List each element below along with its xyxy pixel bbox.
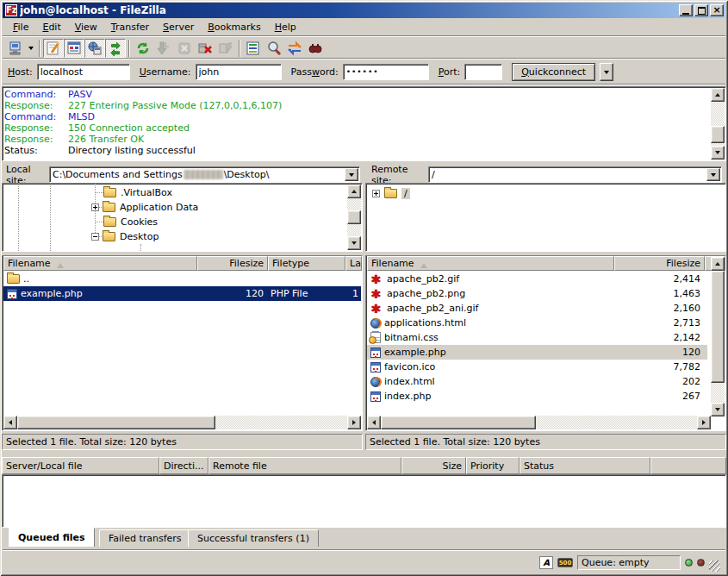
remote-list-hscrollbar[interactable] <box>367 416 711 429</box>
file-row[interactable]: ✱apache_pb2.png 1,463 <box>367 286 707 301</box>
find-files-button[interactable] <box>305 39 326 58</box>
file-row-example-php[interactable]: example.php 120 PHP File 1 <box>3 286 361 301</box>
remote-site-dropdown-button[interactable] <box>706 168 720 181</box>
menu-help[interactable]: Help <box>268 20 303 34</box>
tab-failed-transfers[interactable]: Failed transfers <box>99 529 191 547</box>
column-label: Filetype <box>272 258 309 269</box>
toggle-message-log-button[interactable] <box>43 39 64 58</box>
file-row-parent-dir[interactable]: .. <box>3 272 361 286</box>
expand-icon[interactable] <box>372 190 380 197</box>
scrollbar-thumb[interactable] <box>711 271 725 383</box>
refresh-button[interactable] <box>133 39 153 58</box>
column-label: Remote file <box>213 460 267 472</box>
tab-queued-files[interactable]: Queued files <box>9 528 95 547</box>
log-scrollbar[interactable] <box>711 88 725 160</box>
toggle-local-tree-button[interactable] <box>64 39 84 58</box>
menu-file[interactable]: File <box>6 20 35 34</box>
column-header-filesize[interactable]: Filesize <box>614 256 705 271</box>
scroll-down-button[interactable] <box>347 236 361 250</box>
quickconnect-button[interactable]: Quickconnect <box>512 63 595 81</box>
queue-column-remote-file[interactable]: Remote file <box>208 457 401 474</box>
scroll-down-button[interactable] <box>711 403 725 416</box>
queue-column-priority[interactable]: Priority <box>466 457 520 474</box>
file-row[interactable]: index.html 202 <box>367 374 707 389</box>
local-site-dropdown-button[interactable] <box>345 168 358 181</box>
menu-edit[interactable]: Edit <box>35 20 67 34</box>
queue-column-size[interactable]: Size <box>401 457 466 474</box>
column-header-filesize[interactable]: Filesize <box>197 256 268 271</box>
message-log[interactable]: Command:PASV Response:227 Entering Passi… <box>2 86 726 161</box>
file-row[interactable]: applications.html 2,713 <box>367 316 707 330</box>
local-list-hscrollbar[interactable] <box>3 416 361 429</box>
scroll-down-button[interactable] <box>711 146 725 160</box>
quickconnect-dropdown[interactable] <box>600 63 613 81</box>
tree-item-root[interactable]: / <box>372 186 410 201</box>
process-queue-button[interactable] <box>153 39 174 58</box>
directory-comparison-button[interactable] <box>264 39 284 58</box>
local-tree-scrollbar[interactable] <box>347 185 361 250</box>
password-input[interactable] <box>343 64 429 80</box>
scrollbar-thumb[interactable] <box>711 126 725 143</box>
remote-file-list[interactable]: Filename Filesize ✱apache_pb2.gif 2,414 … <box>365 255 726 431</box>
title-bar[interactable]: Fz john@localhost - FileZilla × <box>3 3 725 18</box>
toggle-remote-tree-button[interactable] <box>84 39 105 58</box>
remote-tree[interactable]: / <box>365 183 726 252</box>
local-site-combobox[interactable]: C:\Documents and Settings\Desktop\ <box>49 166 360 183</box>
resize-grip[interactable] <box>709 560 720 572</box>
file-row[interactable]: bitnami.css 2,142 <box>367 330 707 345</box>
queue-column-server-local-file[interactable]: Server/Local file <box>2 457 159 474</box>
close-button[interactable]: × <box>710 4 724 16</box>
column-header-filename[interactable]: Filename <box>367 256 614 271</box>
host-input[interactable] <box>37 64 130 80</box>
file-row[interactable]: index.php 267 <box>367 389 707 404</box>
scroll-up-button[interactable] <box>711 88 725 102</box>
scrollbar-thumb[interactable] <box>381 416 536 429</box>
filter-button[interactable] <box>243 39 264 58</box>
scroll-right-button[interactable] <box>697 416 711 429</box>
file-row[interactable]: favicon.ico 7,782 <box>367 360 707 374</box>
sync-browsing-button[interactable] <box>284 39 305 58</box>
minimize-button[interactable] <box>679 4 693 16</box>
menu-transfer[interactable]: Transfer <box>104 20 156 34</box>
scroll-right-button[interactable] <box>347 416 361 429</box>
cancel-operation-button[interactable] <box>174 39 195 58</box>
site-manager-dropdown[interactable] <box>26 39 36 58</box>
queue-column-status[interactable]: Status <box>520 457 650 474</box>
log-row: Command:MLSD <box>3 111 725 122</box>
tree-item-desktop[interactable]: Desktop <box>91 229 159 244</box>
local-tree[interactable]: .VirtualBox Application Data Cookies Des… <box>2 183 363 252</box>
tree-item-cookies[interactable]: Cookies <box>103 215 158 229</box>
tab-successful-transfers[interactable]: Successful transfers (1) <box>188 529 319 547</box>
collapse-icon[interactable] <box>91 233 99 241</box>
scrollbar-thumb[interactable] <box>347 210 361 224</box>
column-header-last-modified[interactable]: Last modified <box>345 256 362 271</box>
menu-server[interactable]: Server <box>156 20 201 34</box>
column-header-filename[interactable]: Filename <box>3 256 197 271</box>
tree-item-application-data[interactable]: Application Data <box>91 200 198 215</box>
tree-item-virtualbox[interactable]: .VirtualBox <box>103 185 172 200</box>
scroll-up-button[interactable] <box>347 185 361 198</box>
scroll-left-button[interactable] <box>3 416 17 429</box>
remote-list-vscrollbar[interactable] <box>711 257 725 416</box>
queue-column-direction[interactable]: Directi... <box>159 457 208 474</box>
remote-site-combobox[interactable]: / <box>428 166 722 183</box>
menu-bookmarks[interactable]: Bookmarks <box>201 20 267 34</box>
scrollbar-thumb[interactable] <box>17 416 215 429</box>
port-input[interactable] <box>464 64 502 80</box>
file-row-example-php[interactable]: example.php 120 <box>367 345 707 360</box>
file-row[interactable]: ✱apache_pb2_ani.gif 2,160 <box>367 301 707 316</box>
menu-view[interactable]: View <box>68 20 104 34</box>
site-manager-button[interactable] <box>5 39 26 58</box>
file-row[interactable]: ✱apache_pb2.gif 2,414 <box>367 272 707 286</box>
reconnect-button[interactable] <box>215 39 236 58</box>
queue-list-area[interactable] <box>2 474 726 528</box>
expand-icon[interactable] <box>91 203 99 211</box>
maximize-button[interactable] <box>694 4 708 16</box>
disconnect-button[interactable] <box>195 39 215 58</box>
toggle-transfer-queue-button[interactable] <box>105 39 126 58</box>
username-input[interactable] <box>196 64 282 80</box>
scroll-left-button[interactable] <box>367 416 381 429</box>
scroll-up-button[interactable] <box>711 257 725 271</box>
column-header-filetype[interactable]: Filetype <box>268 256 345 271</box>
local-file-list[interactable]: Filename Filesize Filetype Last modified… <box>2 255 363 431</box>
